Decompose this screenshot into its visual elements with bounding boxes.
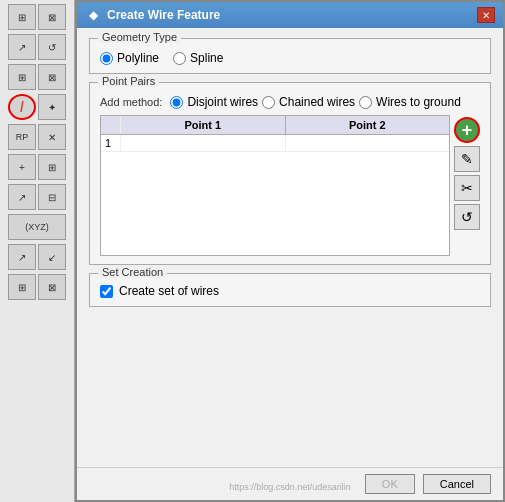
chained-wires-option[interactable]: Chained wires [262,95,355,109]
set-creation-section: Set Creation Create set of wires [89,273,491,307]
sidebar-icon-grid2[interactable]: ⊠ [38,4,66,30]
add-method-label: Add method: [100,96,162,108]
table-body: 1 [101,135,449,255]
geometry-type-options: Polyline Spline [100,51,480,65]
polyline-label: Polyline [117,51,159,65]
watermark: https://blog.csdn.net/udesarilin [229,482,351,492]
sidebar-icon-grid1[interactable]: ⊞ [8,4,36,30]
sidebar-icon-rotate1[interactable]: ↺ [38,34,66,60]
chained-label: Chained wires [279,95,355,109]
col-point2-header: Point 2 [286,116,450,134]
sidebar-icon-arrow3[interactable]: ↗ [8,244,36,270]
row-number: 1 [101,135,121,151]
geometry-type-label: Geometry Type [98,31,181,43]
table-container: Point 1 Point 2 1 + [100,115,480,256]
sidebar: ⊞ ⊠ ↗ ↺ ⊞ ⊠ / ✦ RP ✕ + ⊞ ↗ ⊟ (XYZ) ↗ ↙ ⊞… [0,0,75,502]
cancel-button[interactable]: Cancel [423,474,491,494]
disjoint-label: Disjoint wires [187,95,258,109]
create-wire-dialog: ◆ Create Wire Feature ✕ Geometry Type Po… [75,0,505,502]
spline-radio[interactable] [173,52,186,65]
sidebar-group-4: / ✦ [8,94,66,120]
title-bar-left: ◆ Create Wire Feature [85,7,220,23]
create-set-label: Create set of wires [119,284,219,298]
edit-row-button[interactable]: ✎ [454,146,480,172]
geometry-type-section: Geometry Type Polyline Spline [89,38,491,74]
sidebar-icon-grid3[interactable]: ⊞ [8,64,36,90]
sidebar-icon-plus[interactable]: + [8,154,36,180]
sidebar-icon-arrow4[interactable]: ↙ [38,244,66,270]
points-table: Point 1 Point 2 1 [100,115,450,256]
polyline-radio[interactable] [100,52,113,65]
sidebar-icon-rp[interactable]: RP [8,124,36,150]
point-pairs-section: Point Pairs Add method: Disjoint wires C… [89,82,491,265]
add-icon: + [462,120,473,141]
sidebar-icon-grid7[interactable]: ⊠ [38,274,66,300]
to-ground-radio[interactable] [359,96,372,109]
row1-point2[interactable] [286,135,450,151]
ok-button[interactable]: OK [365,474,415,494]
dialog-body: Geometry Type Polyline Spline Point Pair… [77,28,503,467]
dialog-title-icon: ◆ [85,7,101,23]
sidebar-group-6: + ⊞ [8,154,66,180]
rotate-icon: ↺ [461,209,473,225]
point-pairs-label: Point Pairs [98,75,159,87]
wires-to-ground-option[interactable]: Wires to ground [359,95,461,109]
to-ground-label: Wires to ground [376,95,461,109]
sidebar-icon-xyz[interactable]: (XYZ) [8,214,66,240]
dialog-title: Create Wire Feature [107,8,220,22]
table-header: Point 1 Point 2 [101,116,449,135]
sidebar-group-9: ⊞ ⊠ [8,274,66,300]
sidebar-icon-minus[interactable]: ⊟ [38,184,66,210]
sidebar-icon-grid5[interactable]: ⊞ [38,154,66,180]
edit-icon: ✎ [461,151,473,167]
add-method-row: Add method: Disjoint wires Chained wires… [100,95,480,109]
polyline-option[interactable]: Polyline [100,51,159,65]
table-side-buttons: + ✎ ✂ ↺ [454,115,480,256]
row-num-header [101,116,121,134]
rotate-button[interactable]: ↺ [454,204,480,230]
add-row-button[interactable]: + [454,117,480,143]
sidebar-group-5: RP ✕ [8,124,66,150]
sidebar-icon-arrow1[interactable]: ↗ [8,34,36,60]
set-creation-content: Create set of wires [100,284,480,298]
chained-radio[interactable] [262,96,275,109]
table-row: 1 [101,135,449,152]
delete-icon: ✂ [461,180,473,196]
col-point1-header: Point 1 [121,116,286,134]
set-creation-label: Set Creation [98,266,167,278]
sidebar-icon-star[interactable]: ✦ [38,94,66,120]
sidebar-icon-grid6[interactable]: ⊞ [8,274,36,300]
sidebar-group-2: ↗ ↺ [8,34,66,60]
create-set-checkbox[interactable] [100,285,113,298]
sidebar-group-3: ⊞ ⊠ [8,64,66,90]
sidebar-group-8: ↗ ↙ [8,244,66,270]
spline-option[interactable]: Spline [173,51,223,65]
sidebar-icon-x[interactable]: ✕ [38,124,66,150]
spline-label: Spline [190,51,223,65]
close-button[interactable]: ✕ [477,7,495,23]
sidebar-icon-arrow2[interactable]: ↗ [8,184,36,210]
disjoint-radio[interactable] [170,96,183,109]
disjoint-wires-option[interactable]: Disjoint wires [170,95,258,109]
sidebar-icon-grid4[interactable]: ⊠ [38,64,66,90]
sidebar-group-7: ↗ ⊟ [8,184,66,210]
row1-point1[interactable] [121,135,286,151]
title-bar: ◆ Create Wire Feature ✕ [77,2,503,28]
sidebar-group-1: ⊞ ⊠ [8,4,66,30]
sidebar-icon-draw-wire[interactable]: / [8,94,36,120]
delete-row-button[interactable]: ✂ [454,175,480,201]
